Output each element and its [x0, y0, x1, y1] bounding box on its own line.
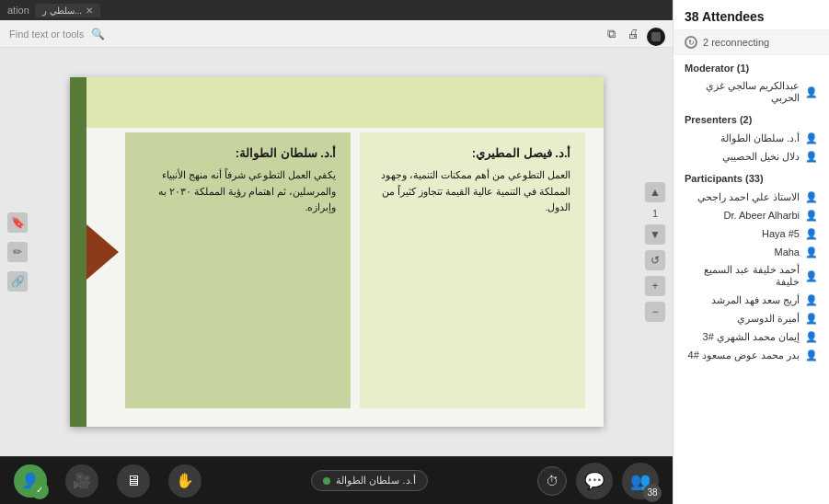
- scroll-up-icon[interactable]: ▲: [645, 182, 665, 202]
- camera-button[interactable]: 🎥: [65, 464, 98, 498]
- list-item: 👤 الاستاذ علي احمد راجحي: [674, 188, 829, 206]
- app-container: ation سلطي ر... ✕ Find text or tools 🔍 ⧉: [0, 0, 829, 504]
- person-icon: 👤: [805, 312, 818, 325]
- slide-right-title: أ.د. سلطان الطوالة:: [139, 146, 337, 160]
- refresh-icon[interactable]: ↺: [645, 250, 665, 270]
- attendees-button[interactable]: 👥 38: [622, 463, 659, 499]
- attendee-name: أ.د. سلطان الطوالة: [685, 132, 800, 144]
- slide-top-bar: [86, 77, 604, 128]
- list-item: 👤 أريج سعد فهد المرشد: [674, 291, 829, 309]
- person-icon: 👤: [805, 150, 818, 163]
- find-tools-label: Find text or tools: [9, 29, 84, 40]
- camera-icon: 🎥: [65, 464, 98, 498]
- zoom-out-icon[interactable]: −: [645, 302, 665, 322]
- status-dot: [323, 477, 330, 485]
- zoom-in-icon[interactable]: +: [645, 276, 665, 296]
- attendee-name: أريج سعد فهد المرشد: [685, 294, 800, 306]
- person-icon: 👤: [805, 209, 818, 222]
- attendee-name: دلال نخيل الحصيبي: [685, 151, 800, 163]
- viewer-side-buttons: ▲ 1 ▼ ↺ + −: [645, 182, 665, 322]
- list-item: 👤 دلال نخيل الحصيبي: [674, 147, 829, 166]
- slide-content: أ.د. سلطان الطوالة: يكفي العمل التطوعي ش…: [70, 77, 604, 427]
- slide-arrow-decoration: [86, 224, 119, 280]
- chat-button[interactable]: 💬: [576, 463, 613, 499]
- bottom-left-controls: 👤 ✓ 🎥 🖥 ✋: [14, 464, 201, 498]
- viewer-toolbar: Find text or tools 🔍 ⧉ 🖨 ⊠: [0, 20, 673, 48]
- attendee-name: إيمان محمد الشهري #3: [685, 331, 800, 343]
- participants-section-label: Participants (33): [674, 166, 829, 188]
- attendee-name: أحمد خليفة عبد السميع خليفة: [685, 264, 800, 288]
- attendees-list: Moderator (1) 👤 عبدالكريم سالجي غزي الحر…: [674, 55, 829, 504]
- list-item: 👤 أميرة الدوسري: [674, 309, 829, 327]
- person-icon: 👤: [805, 86, 818, 98]
- attendee-name: Haya #5: [685, 228, 800, 239]
- attendee-name: Dr. Abeer Alharbi: [685, 210, 800, 221]
- attendees-panel: 38 Attendees ↻ 2 reconnecting Moderator …: [673, 0, 829, 504]
- mic-button[interactable]: 👤 ✓: [14, 464, 47, 498]
- scroll-down-icon[interactable]: ▼: [645, 224, 665, 245]
- screen-share-button[interactable]: 🖥: [117, 464, 150, 498]
- timer-icon: ⏱: [546, 474, 558, 488]
- raise-hand-button[interactable]: ✋: [168, 464, 201, 498]
- chat-icon: 💬: [584, 471, 604, 491]
- reconnecting-label: 2 reconnecting: [703, 37, 769, 48]
- tab-label: سلطي ر...: [42, 6, 82, 16]
- raise-hand-icon: ✋: [168, 464, 201, 498]
- tab-close-icon[interactable]: ✕: [86, 6, 93, 16]
- slide-left-decoration: [70, 77, 86, 427]
- reconnecting-icon: ↻: [685, 36, 697, 49]
- reconnecting-bar: ↻ 2 reconnecting: [674, 30, 829, 55]
- list-item: 👤 عبدالكريم سالجي غزي الحربي: [674, 77, 829, 107]
- mic-icon: 👤 ✓: [14, 464, 47, 498]
- page-number: 1: [645, 208, 665, 219]
- attendees-header: 38 Attendees: [674, 0, 829, 30]
- person-icon: 👤: [805, 330, 818, 343]
- slide-right-text: يكفي العمل التطوعي شرفاً أنه منهج الأنبي…: [139, 167, 337, 216]
- bottom-center-controls: أ.د. سلطان الطوالة: [201, 470, 537, 491]
- person-icon: 👤: [805, 349, 818, 361]
- presentation-viewer: Find text or tools 🔍 ⧉ 🖨 ⊠ 🔖 ✏ 🔗: [0, 20, 673, 456]
- screen-share-icon: 🖥: [117, 464, 150, 498]
- tab-item[interactable]: سلطي ر... ✕: [35, 4, 100, 17]
- record-button[interactable]: [647, 28, 665, 46]
- moderator-section-label: Moderator (1): [674, 55, 829, 77]
- list-item: 👤 أحمد خليفة عبد السميع خليفة: [674, 261, 829, 291]
- slide-left-title: أ.د. فيصل المطيري:: [374, 146, 571, 160]
- link-icon[interactable]: 🔗: [7, 271, 28, 292]
- slide-area: 🔖 ✏ 🔗 أ.د. سلطان الطوالة:: [0, 48, 673, 456]
- print-icon[interactable]: 🖨: [625, 26, 641, 42]
- attendees-count-badge: 38: [643, 484, 662, 502]
- person-icon: 👤: [805, 227, 818, 240]
- bottom-toolbar: 👤 ✓ 🎥 🖥 ✋ أ.د. سلطان الطوالة: [0, 456, 673, 504]
- bookmark-icon[interactable]: 🔖: [7, 212, 28, 233]
- person-purple-icon: 👤: [805, 190, 818, 203]
- list-item: 👤 Dr. Abeer Alharbi: [674, 206, 829, 224]
- attendee-name: عبدالكريم سالجي غزي الحربي: [685, 80, 800, 104]
- main-area: ation سلطي ر... ✕ Find text or tools 🔍 ⧉: [0, 0, 673, 504]
- record-dot-icon: [651, 32, 661, 41]
- slide-column-right: أ.د. سلطان الطوالة: يكفي العمل التطوعي ش…: [125, 132, 351, 408]
- person-icon: 👤: [805, 246, 818, 258]
- presenters-section-label: Presenters (2): [674, 107, 829, 129]
- presenter-badge: أ.د. سلطان الطوالة: [311, 470, 427, 491]
- attendee-name: الاستاذ علي احمد راجحي: [685, 191, 800, 203]
- slide-columns: أ.د. سلطان الطوالة: يكفي العمل التطوعي ش…: [125, 132, 585, 408]
- slide-column-left: أ.د. فيصل المطيري: العمل التطوعي من أهم …: [360, 132, 585, 408]
- person-icon: 👤: [805, 293, 818, 306]
- list-item: 👤 بدر محمد عوض مسعود #4: [674, 346, 829, 364]
- person-icon: 👤: [805, 132, 818, 144]
- attendee-name: Maha: [685, 246, 800, 258]
- list-item: 👤 إيمان محمد الشهري #3: [674, 327, 829, 346]
- presenter-name: أ.د. سلطان الطوالة: [336, 475, 415, 487]
- person-icon: 👤: [805, 269, 818, 282]
- window-title: ation: [7, 5, 29, 16]
- timer-button[interactable]: ⏱: [537, 466, 567, 496]
- viewer-toolbar-left: Find text or tools 🔍: [9, 28, 105, 40]
- mic-active-dot: ✓: [30, 481, 49, 499]
- annotation-icon[interactable]: ✏: [7, 242, 28, 262]
- window-chrome: ation سلطي ر... ✕: [0, 0, 673, 20]
- slide-left-text: العمل التطوعي من أهم ممكنات التنمية، وجه…: [374, 167, 571, 216]
- slide-side-icons: 🔖 ✏ 🔗: [7, 212, 28, 292]
- copy-icon[interactable]: ⧉: [603, 26, 619, 42]
- search-icon[interactable]: 🔍: [91, 28, 105, 40]
